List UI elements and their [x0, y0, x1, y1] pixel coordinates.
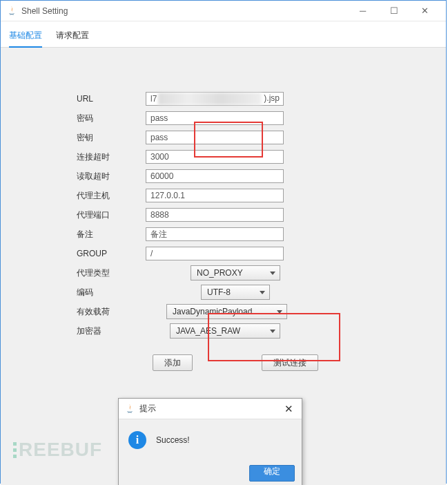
window-controls: ─ ☐ ✕ — [347, 1, 440, 21]
watermark-text: REEBUF — [19, 439, 102, 461]
read-timeout-input[interactable] — [146, 169, 284, 183]
proxy-host-input[interactable] — [146, 189, 284, 202]
close-button[interactable]: ✕ — [409, 1, 440, 21]
url-blurred — [158, 93, 262, 105]
dialog-body: i Success! — [119, 419, 302, 461]
proxy-type-value: NO_PROXY — [197, 268, 243, 278]
dialog-footer: 确定 — [119, 461, 302, 485]
tab-request-config[interactable]: 请求配置 — [56, 27, 89, 47]
row-password: 密码 — [28, 108, 418, 128]
dialog-message: Success! — [156, 435, 190, 445]
titlebar: Shell Setting ─ ☐ ✕ — [1, 1, 446, 21]
button-row: 添加 测试连接 — [28, 354, 418, 371]
row-proxy-type: 代理类型 NO_PROXY — [28, 263, 418, 283]
java-icon — [6, 6, 17, 17]
chevron-down-icon — [260, 291, 265, 294]
row-key: 密钥 — [28, 128, 418, 147]
shell-setting-window: Shell Setting ─ ☐ ✕ 基础配置 请求配置 URL ).jsp … — [0, 0, 447, 484]
add-button[interactable]: 添加 — [153, 354, 193, 371]
minimize-button[interactable]: ─ — [347, 1, 378, 21]
tab-basic-config[interactable]: 基础配置 — [9, 27, 42, 47]
proxy-type-select[interactable]: NO_PROXY — [191, 265, 280, 280]
tab-bar: 基础配置 请求配置 — [1, 21, 446, 48]
watermark: REEBUF — [13, 439, 102, 461]
payload-select[interactable]: JavaDynamicPayload — [166, 304, 287, 319]
label-url: URL — [28, 94, 146, 104]
conn-timeout-input[interactable] — [146, 150, 284, 164]
encryptor-select[interactable]: JAVA_AES_RAW — [170, 323, 280, 339]
label-password: 密码 — [28, 113, 146, 124]
java-icon — [124, 403, 135, 415]
dialog-title: 提示 — [139, 403, 156, 415]
payload-value: JavaDynamicPayload — [173, 307, 252, 316]
window-title: Shell Setting — [21, 6, 68, 16]
chevron-down-icon — [270, 272, 275, 275]
label-payload: 有效载荷 — [28, 306, 146, 318]
proxy-port-input[interactable] — [146, 208, 284, 222]
test-connection-button[interactable]: 测试连接 — [262, 354, 318, 371]
label-read-timeout: 读取超时 — [28, 171, 146, 182]
remark-input[interactable] — [146, 227, 284, 241]
chevron-down-icon — [277, 310, 282, 314]
row-payload: 有效载荷 JavaDynamicPayload — [28, 302, 418, 321]
label-encoding: 编码 — [28, 287, 146, 298]
info-icon: i — [128, 431, 146, 449]
encryptor-value: JAVA_AES_RAW — [176, 326, 240, 336]
label-proxy-type: 代理类型 — [28, 267, 146, 279]
label-group: GROUP — [28, 249, 146, 258]
dialog-titlebar: 提示 ✕ — [119, 399, 302, 419]
label-remark: 备注 — [28, 229, 146, 240]
row-proxy-host: 代理主机 — [28, 186, 418, 205]
encoding-select[interactable]: UTF-8 — [201, 285, 270, 300]
password-input[interactable] — [146, 111, 284, 125]
row-conn-timeout: 连接超时 — [28, 147, 418, 167]
encoding-value: UTF-8 — [207, 287, 231, 297]
url-suffix: ).jsp — [264, 93, 280, 103]
row-remark: 备注 — [28, 225, 418, 244]
row-group: GROUP — [28, 244, 418, 263]
dialog-close-button[interactable]: ✕ — [282, 403, 296, 415]
row-url: URL ).jsp — [28, 89, 418, 108]
row-read-timeout: 读取超时 — [28, 167, 418, 186]
row-encryptor: 加密器 JAVA_AES_RAW — [28, 321, 418, 341]
success-dialog: 提示 ✕ i Success! 确定 — [118, 398, 302, 485]
row-encoding: 编码 UTF-8 — [28, 283, 418, 302]
maximize-button[interactable]: ☐ — [378, 1, 409, 21]
chevron-down-icon — [270, 330, 275, 333]
label-key: 密钥 — [28, 132, 146, 144]
label-encryptor: 加密器 — [28, 325, 146, 337]
label-proxy-port: 代理端口 — [28, 209, 146, 221]
label-proxy-host: 代理主机 — [28, 190, 146, 202]
group-input[interactable] — [146, 247, 284, 260]
row-proxy-port: 代理端口 — [28, 205, 418, 225]
key-input[interactable] — [146, 131, 284, 144]
ok-button[interactable]: 确定 — [249, 465, 295, 482]
label-conn-timeout: 连接超时 — [28, 151, 146, 163]
